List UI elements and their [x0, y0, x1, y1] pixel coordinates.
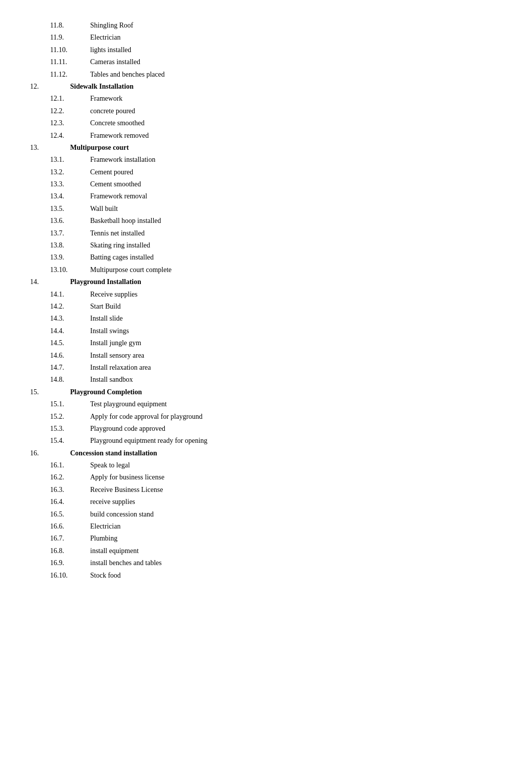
section-title: Playground Installation — [70, 277, 141, 288]
item-number: 16.7. — [50, 533, 90, 544]
item-number: 16.5. — [50, 509, 90, 520]
item-number: 11.12. — [50, 69, 90, 80]
item-number: 14.1. — [50, 289, 90, 300]
list-item: 15.1.Test playground equipment — [30, 399, 481, 410]
item-number: 13.5. — [50, 203, 90, 214]
list-item: 13.8.Skating ring installed — [30, 240, 481, 251]
list-item: 13.5.Wall built — [30, 203, 481, 214]
item-number: 13.7. — [50, 228, 90, 239]
item-text: Install sensory area — [90, 350, 144, 361]
item-text: Apply for code approval for playground — [90, 411, 202, 422]
item-number: 15.3. — [50, 423, 90, 434]
list-item: 16.4.receive supplies — [30, 496, 481, 507]
section-header: 16.Concession stand installation — [30, 448, 481, 459]
section-header: 13.Multipurpose court — [30, 142, 481, 153]
item-text: Tables and benches placed — [90, 69, 165, 80]
item-number: 16.3. — [50, 484, 90, 495]
list-item: 15.3.Playground code approved — [30, 423, 481, 434]
list-item: 14.1.Receive supplies — [30, 289, 481, 300]
item-number: 16.9. — [50, 558, 90, 569]
item-text: Wall built — [90, 203, 118, 214]
list-item: 14.7.Install relaxation area — [30, 362, 481, 373]
section-title: Playground Completion — [70, 387, 142, 398]
list-item: 13.7.Tennis net installed — [30, 228, 481, 239]
section-header: 12.Sidewalk Installation — [30, 81, 481, 92]
section-header: 14.Playground Installation — [30, 277, 481, 288]
list-item: 15.4.Playground equiptment ready for ope… — [30, 435, 481, 446]
item-number: 14.8. — [50, 374, 90, 385]
list-item: 16.1.Speak to legal — [30, 460, 481, 471]
item-text: Cameras installed — [90, 57, 140, 68]
item-number: 13.2. — [50, 167, 90, 178]
list-item: 11.12.Tables and benches placed — [30, 69, 481, 80]
list-item: 16.9.install benches and tables — [30, 558, 481, 569]
list-item: 12.4.Framework removed — [30, 130, 481, 141]
list-item: 14.4.Install swings — [30, 326, 481, 337]
item-number: 14.4. — [50, 326, 90, 337]
item-text: Install relaxation area — [90, 362, 151, 373]
item-text: Playground code approved — [90, 423, 165, 434]
item-text: install equipment — [90, 546, 139, 557]
item-text: Batting cages installed — [90, 252, 154, 263]
outline-container: 11.8.Shingling Roof11.9.Electrician11.10… — [30, 20, 481, 581]
list-item: 11.11.Cameras installed — [30, 57, 481, 68]
item-text: Cement poured — [90, 167, 133, 178]
section-number: 13. — [30, 142, 70, 153]
item-number: 16.6. — [50, 521, 90, 532]
list-item: 14.2.Start Build — [30, 301, 481, 312]
item-number: 12.1. — [50, 93, 90, 104]
item-text: Framework removal — [90, 191, 147, 202]
item-number: 11.9. — [50, 32, 90, 43]
list-item: 16.3.Receive Business License — [30, 484, 481, 495]
item-text: Electrician — [90, 32, 121, 43]
section-header: 15.Playground Completion — [30, 387, 481, 398]
item-text: install benches and tables — [90, 558, 162, 569]
item-text: Electrician — [90, 521, 121, 532]
list-item: 11.10.lights installed — [30, 45, 481, 56]
item-number: 13.6. — [50, 215, 90, 226]
item-number: 16.4. — [50, 496, 90, 507]
item-text: Apply for business license — [90, 472, 164, 483]
section-number: 15. — [30, 387, 70, 398]
list-item: 16.5.build concession stand — [30, 509, 481, 520]
item-text: Install jungle gym — [90, 338, 141, 349]
list-item: 12.2.concrete poured — [30, 106, 481, 117]
item-number: 13.9. — [50, 252, 90, 263]
list-item: 13.3.Cement smoothed — [30, 179, 481, 190]
list-item: 13.6.Basketball hoop installed — [30, 215, 481, 226]
item-text: Test playground equipment — [90, 399, 167, 410]
item-number: 15.1. — [50, 399, 90, 410]
section-title: Multipurpose court — [70, 142, 129, 153]
item-number: 11.8. — [50, 20, 90, 31]
item-number: 12.3. — [50, 118, 90, 129]
item-number: 15.4. — [50, 435, 90, 446]
item-number: 13.10. — [50, 265, 90, 276]
section-title: Concession stand installation — [70, 448, 157, 459]
item-number: 12.2. — [50, 106, 90, 117]
item-text: Multipurpose court complete — [90, 265, 172, 276]
item-number: 14.3. — [50, 313, 90, 324]
item-text: Framework removed — [90, 130, 149, 141]
item-number: 11.10. — [50, 45, 90, 56]
item-number: 15.2. — [50, 411, 90, 422]
item-text: Install slide — [90, 313, 123, 324]
item-number: 16.10. — [50, 570, 90, 581]
item-number: 14.6. — [50, 350, 90, 361]
item-number: 11.11. — [50, 57, 90, 68]
item-text: Stock food — [90, 570, 121, 581]
item-text: Framework — [90, 93, 123, 104]
list-item: 15.2.Apply for code approval for playgro… — [30, 411, 481, 422]
list-item: 13.10.Multipurpose court complete — [30, 265, 481, 276]
item-text: Shingling Roof — [90, 20, 133, 31]
section-number: 12. — [30, 81, 70, 92]
item-number: 13.1. — [50, 154, 90, 165]
item-text: Framework installation — [90, 154, 155, 165]
list-item: 16.8.install equipment — [30, 546, 481, 557]
list-item: 16.2.Apply for business license — [30, 472, 481, 483]
list-item: 13.1.Framework installation — [30, 154, 481, 165]
list-item: 14.3.Install slide — [30, 313, 481, 324]
item-number: 14.5. — [50, 338, 90, 349]
list-item: 16.10.Stock food — [30, 570, 481, 581]
item-text: Receive Business License — [90, 484, 163, 495]
list-item: 11.9.Electrician — [30, 32, 481, 43]
